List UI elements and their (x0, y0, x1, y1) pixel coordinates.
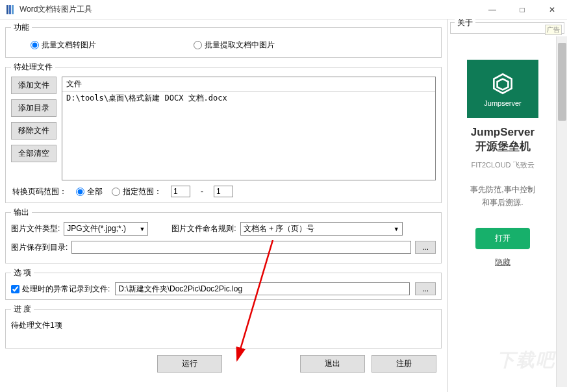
svg-rect-2 (12, 5, 14, 14)
image-type-select[interactable]: JPG文件(*.jpg;*.)▼ (64, 222, 148, 236)
range-from-input[interactable] (171, 186, 190, 197)
log-browse-button[interactable]: ... (415, 282, 436, 295)
radio-range-all[interactable]: 全部 (76, 186, 103, 197)
function-legend: 功能 (11, 22, 32, 33)
main-panel: 功能 批量文档转图片 批量提取文档中图片 待处理文件 添加文件 添加目录 移除文… (0, 19, 447, 392)
chevron-down-icon: ▼ (139, 226, 145, 232)
ad-title-1: JumpServer (453, 126, 553, 139)
progress-text: 待处理文件1项 (11, 319, 436, 344)
watermark: 下载吧 (497, 348, 555, 373)
save-dir-browse-button[interactable]: ... (415, 241, 436, 254)
pending-files-group: 待处理文件 添加文件 添加目录 移除文件 全部清空 文件 D:\tools\桌面… (5, 62, 442, 203)
pending-legend: 待处理文件 (11, 62, 55, 73)
bottom-button-row: 运行 退出 注册 (5, 352, 442, 373)
exit-button[interactable]: 退出 (300, 355, 365, 373)
output-legend: 输出 (11, 207, 32, 218)
svg-rect-1 (9, 5, 11, 14)
about-panel: 关于 广告 Jumpserver JumpServer 开源堡垒机 FIT2CL… (447, 19, 567, 392)
jumpserver-logo-icon: Jumpserver (467, 60, 538, 118)
function-group: 功能 批量文档转图片 批量提取文档中图片 (5, 22, 442, 58)
naming-rule-label: 图片文件命名规则: (171, 223, 236, 234)
ad-subtitle: FIT2CLOUD 飞致云 (453, 160, 553, 170)
about-legend: 关于 (455, 18, 475, 29)
file-list[interactable]: 文件 D:\tools\桌面\格式新建 DOCX 文档.docx (62, 77, 436, 180)
file-list-row[interactable]: D:\tools\桌面\格式新建 DOCX 文档.docx (62, 92, 435, 105)
add-file-button[interactable]: 添加文件 (11, 77, 57, 94)
radio-range-spec[interactable]: 指定范围： (112, 186, 162, 197)
progress-legend: 进 度 (11, 304, 34, 315)
naming-rule-select[interactable]: 文档名 + 序（页）号▼ (240, 222, 403, 236)
chevron-down-icon: ▼ (394, 226, 399, 232)
remove-file-button[interactable]: 移除文件 (11, 122, 57, 140)
log-checkbox[interactable]: 处理时的异常记录到文件: (11, 284, 110, 295)
file-list-header[interactable]: 文件 (62, 77, 435, 92)
radio-batch-extract[interactable]: 批量提取文档中图片 (194, 40, 275, 51)
options-group: 选 项 处理时的异常记录到文件: ... (5, 267, 442, 300)
minimize-button[interactable]: — (477, 0, 507, 19)
output-group: 输出 图片文件类型: JPG文件(*.jpg;*.)▼ 图片文件命名规则: 文档… (5, 207, 442, 263)
add-dir-button[interactable]: 添加目录 (11, 99, 57, 117)
run-button[interactable]: 运行 (157, 355, 222, 373)
clear-all-button[interactable]: 全部清空 (11, 145, 57, 162)
app-icon (5, 5, 16, 15)
ad-description: 事先防范,事中控制 和事后溯源. (453, 183, 553, 210)
ad-hide-link[interactable]: 隐藏 (453, 257, 553, 268)
save-dir-label: 图片保存到目录: (11, 242, 68, 253)
range-label: 转换页码范围： (12, 186, 67, 197)
titlebar: Word文档转图片工具 — □ ✕ (0, 0, 567, 19)
ad-title-2: 开源堡垒机 (453, 139, 553, 154)
ad-badge: 广告 (545, 25, 562, 35)
radio-batch-convert[interactable]: 批量文档转图片 (31, 40, 96, 51)
ad-open-button[interactable]: 打开 (475, 228, 530, 249)
svg-rect-0 (6, 5, 8, 14)
save-dir-input[interactable] (71, 241, 411, 254)
scrollbar[interactable] (556, 36, 567, 387)
close-button[interactable]: ✕ (537, 0, 567, 19)
range-to-input[interactable] (214, 186, 233, 197)
log-path-input[interactable] (115, 282, 410, 295)
image-type-label: 图片文件类型: (11, 223, 60, 234)
scrollbar-thumb[interactable] (558, 43, 566, 121)
range-dash: - (199, 187, 205, 196)
window-title: Word文档转图片工具 (19, 4, 477, 15)
maximize-button[interactable]: □ (507, 0, 537, 19)
progress-group: 进 度 待处理文件1项 (5, 304, 442, 349)
options-legend: 选 项 (11, 267, 34, 278)
register-button[interactable]: 注册 (372, 355, 436, 373)
ad-content[interactable]: Jumpserver JumpServer 开源堡垒机 FIT2CLOUD 飞致… (453, 60, 553, 268)
